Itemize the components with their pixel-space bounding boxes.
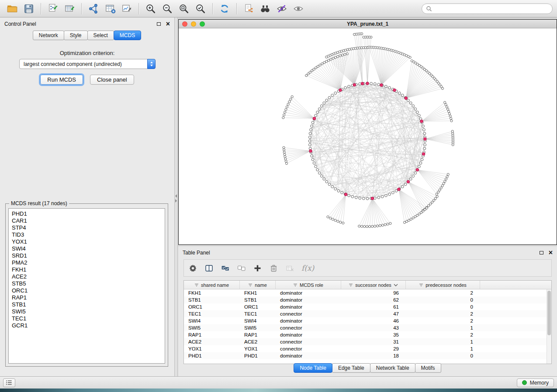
tab-network-table[interactable]: Network Table bbox=[370, 363, 415, 373]
float-panel-icon[interactable] bbox=[540, 251, 543, 254]
network-node[interactable] bbox=[379, 224, 381, 227]
tab-node-table[interactable]: Node Table bbox=[294, 363, 332, 373]
memory-button[interactable]: Memory bbox=[517, 378, 554, 387]
zoom-fit-button[interactable] bbox=[176, 2, 192, 16]
network-node[interactable] bbox=[433, 199, 435, 201]
column-header-successor-nodes[interactable]: successor nodes bbox=[341, 281, 406, 289]
network-node[interactable] bbox=[325, 56, 328, 58]
network-node[interactable] bbox=[401, 186, 404, 188]
network-node[interactable] bbox=[376, 225, 378, 227]
network-node[interactable] bbox=[403, 221, 405, 224]
network-node[interactable] bbox=[308, 136, 311, 138]
table-row[interactable]: PHD1PHD1dominator180 bbox=[184, 352, 551, 359]
network-node[interactable] bbox=[315, 165, 317, 168]
network-node[interactable] bbox=[311, 69, 313, 72]
network-node[interactable] bbox=[374, 83, 376, 85]
network-node[interactable] bbox=[424, 144, 426, 146]
network-canvas[interactable] bbox=[179, 28, 557, 244]
network-node[interactable] bbox=[444, 101, 446, 103]
mcds-result-item[interactable]: SWI5 bbox=[12, 308, 162, 315]
dominator-node[interactable] bbox=[313, 117, 316, 120]
criterion-dropdown[interactable]: largest connected component (undirected) bbox=[19, 59, 156, 69]
network-node[interactable] bbox=[429, 203, 432, 205]
network-node[interactable] bbox=[450, 117, 452, 120]
column-panel-button[interactable] bbox=[204, 264, 214, 273]
window-close-icon[interactable] bbox=[182, 21, 187, 27]
network-node[interactable] bbox=[337, 189, 340, 192]
network-node[interactable] bbox=[355, 196, 357, 199]
network-node[interactable] bbox=[283, 146, 285, 148]
task-history-button[interactable] bbox=[3, 378, 15, 387]
network-node[interactable] bbox=[446, 175, 448, 178]
save-session-button[interactable] bbox=[21, 2, 37, 16]
network-node[interactable] bbox=[418, 114, 420, 117]
network-node[interactable] bbox=[440, 187, 442, 189]
network-node[interactable] bbox=[284, 155, 286, 158]
dominator-node[interactable] bbox=[353, 83, 356, 86]
network-node[interactable] bbox=[389, 222, 391, 224]
dominator-node[interactable] bbox=[380, 84, 383, 87]
network-node[interactable] bbox=[447, 173, 449, 175]
network-node[interactable] bbox=[385, 194, 387, 197]
mcds-result-item[interactable]: RAP1 bbox=[12, 294, 162, 301]
network-node[interactable] bbox=[313, 162, 315, 165]
network-node[interactable] bbox=[315, 67, 317, 69]
network-node[interactable] bbox=[423, 132, 426, 135]
network-node[interactable] bbox=[409, 102, 412, 104]
dominator-node[interactable] bbox=[398, 188, 401, 191]
network-node[interactable] bbox=[328, 59, 330, 62]
network-node[interactable] bbox=[290, 98, 292, 100]
network-node[interactable] bbox=[358, 225, 360, 227]
network-node[interactable] bbox=[439, 189, 441, 191]
table-row[interactable]: RAP1RAP1dominator352 bbox=[184, 331, 551, 338]
network-node[interactable] bbox=[443, 182, 445, 185]
column-header-predecessor-nodes[interactable]: predecessor nodes bbox=[406, 281, 480, 289]
window-minimize-icon[interactable] bbox=[191, 21, 196, 27]
network-node[interactable] bbox=[405, 220, 408, 223]
network-node[interactable] bbox=[320, 175, 323, 177]
export-network-button[interactable] bbox=[241, 2, 256, 16]
network-node[interactable] bbox=[441, 185, 443, 187]
network-node[interactable] bbox=[305, 74, 308, 76]
network-node[interactable] bbox=[308, 140, 311, 142]
network-node[interactable] bbox=[404, 183, 407, 186]
network-node[interactable] bbox=[316, 168, 319, 171]
network-node[interactable] bbox=[371, 225, 374, 227]
network-node[interactable] bbox=[445, 178, 447, 180]
network-node[interactable] bbox=[308, 144, 311, 146]
network-node[interactable] bbox=[344, 53, 346, 55]
network-node[interactable] bbox=[328, 183, 331, 186]
network-node[interactable] bbox=[342, 222, 344, 224]
network-node[interactable] bbox=[332, 57, 334, 59]
network-node[interactable] bbox=[437, 191, 439, 193]
network-node[interactable] bbox=[401, 94, 404, 96]
network-node[interactable] bbox=[353, 33, 355, 35]
dominator-node[interactable] bbox=[371, 197, 374, 200]
network-node[interactable] bbox=[414, 172, 417, 174]
network-node[interactable] bbox=[407, 99, 409, 102]
network-node[interactable] bbox=[339, 55, 341, 57]
splitter-collapse-icons[interactable] bbox=[175, 194, 177, 203]
network-node[interactable] bbox=[385, 85, 387, 88]
network-node[interactable] bbox=[332, 218, 334, 220]
network-node[interactable] bbox=[351, 196, 354, 198]
mcds-result-item[interactable]: STP4 bbox=[12, 224, 162, 231]
network-node[interactable] bbox=[416, 111, 419, 113]
unselect-all-button[interactable] bbox=[237, 264, 246, 273]
dominator-node[interactable] bbox=[309, 150, 312, 153]
network-node[interactable] bbox=[331, 94, 334, 96]
network-node[interactable] bbox=[444, 180, 446, 182]
network-node[interactable] bbox=[325, 180, 328, 183]
network-node[interactable] bbox=[446, 106, 448, 108]
mcds-result-item[interactable]: STB5 bbox=[12, 280, 162, 287]
search-input[interactable] bbox=[435, 6, 548, 12]
network-node[interactable] bbox=[334, 92, 337, 94]
tab-mcds[interactable]: MCDS bbox=[114, 31, 141, 40]
network-node[interactable] bbox=[412, 217, 414, 219]
network-node[interactable] bbox=[334, 56, 336, 58]
network-node[interactable] bbox=[283, 149, 285, 151]
network-node[interactable] bbox=[450, 120, 453, 122]
network-node[interactable] bbox=[323, 62, 325, 64]
hide-selected-button[interactable] bbox=[274, 2, 290, 16]
zoom-selected-button[interactable] bbox=[193, 2, 208, 16]
